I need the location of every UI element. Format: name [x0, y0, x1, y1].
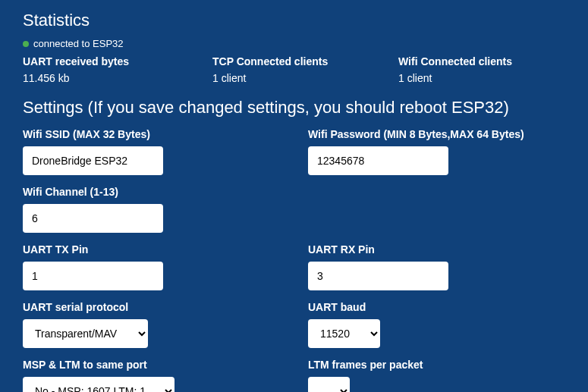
uart-tx-label: UART TX Pin: [23, 243, 308, 256]
field-uart-baud: UART baud 115200: [308, 301, 565, 348]
stat-label: TCP Connected clients: [212, 55, 398, 67]
wifi-password-input[interactable]: [308, 146, 448, 175]
field-wifi-ssid: Wifi SSID (MAX 32 Bytes): [23, 128, 308, 175]
stat-value: 1 client: [398, 72, 565, 84]
stat-wifi-clients: Wifi Connected clients 1 client: [398, 55, 565, 84]
uart-baud-label: UART baud: [308, 301, 565, 313]
stat-label: UART received bytes: [23, 55, 212, 67]
field-wifi-password: Wifi Password (MIN 8 Bytes,MAX 64 Bytes): [308, 128, 565, 175]
uart-rx-label: UART RX Pin: [308, 243, 565, 256]
stat-uart-bytes: UART received bytes 11.456 kb: [23, 55, 212, 84]
wifi-password-label: Wifi Password (MIN 8 Bytes,MAX 64 Bytes): [308, 128, 565, 140]
uart-baud-select[interactable]: 115200: [308, 319, 380, 348]
connection-status: connected to ESP32: [23, 38, 565, 49]
wifi-ssid-input[interactable]: [23, 146, 163, 175]
field-uart-tx: UART TX Pin: [23, 243, 308, 290]
wifi-channel-input[interactable]: [23, 204, 163, 233]
status-dot-icon: [23, 41, 29, 47]
field-ltm-frames: LTM frames per packet 1: [308, 359, 565, 392]
msp-ltm-label: MSP & LTM to same port: [23, 359, 308, 371]
statistics-row: UART received bytes 11.456 kb TCP Connec…: [23, 55, 565, 84]
stat-tcp-clients: TCP Connected clients 1 client: [212, 55, 398, 84]
uart-protocol-select[interactable]: Transparent/MAVLink: [23, 319, 148, 348]
stat-label: Wifi Connected clients: [398, 55, 565, 67]
statistics-heading: Statistics: [23, 11, 565, 30]
field-uart-protocol: UART serial protocol Transparent/MAVLink: [23, 301, 308, 348]
stat-value: 11.456 kb: [23, 72, 212, 84]
stat-value: 1 client: [212, 72, 398, 84]
field-wifi-channel: Wifi Channel (1-13): [23, 186, 308, 233]
ltm-frames-select[interactable]: 1: [308, 377, 350, 392]
status-text: connected to ESP32: [33, 38, 124, 49]
settings-heading: Settings (If you save changed settings, …: [23, 98, 565, 118]
uart-protocol-label: UART serial protocol: [23, 301, 308, 313]
field-uart-rx: UART RX Pin: [308, 243, 565, 290]
wifi-ssid-label: Wifi SSID (MAX 32 Bytes): [23, 128, 308, 140]
wifi-channel-label: Wifi Channel (1-13): [23, 186, 308, 198]
ltm-frames-label: LTM frames per packet: [308, 359, 565, 371]
msp-ltm-select[interactable]: No - MSP: 1607 LTM: 1604: [23, 377, 175, 392]
field-msp-ltm: MSP & LTM to same port No - MSP: 1607 LT…: [23, 359, 308, 392]
uart-tx-input[interactable]: [23, 262, 163, 290]
uart-rx-input[interactable]: [308, 262, 448, 290]
